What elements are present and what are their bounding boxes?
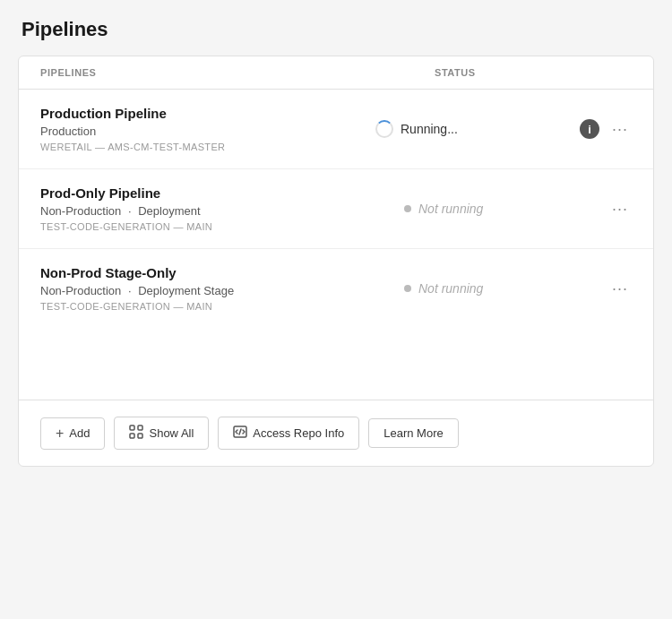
col-status-label: STATUS: [435, 67, 632, 78]
status-not-running: Not running: [404, 281, 483, 296]
pipeline-info: Prod-Only Pipeline Non-Production · Depl…: [40, 185, 404, 232]
table-header: PIPELINES STATUS: [19, 56, 653, 90]
grid-icon: [129, 425, 143, 442]
pipeline-meta: Production: [40, 125, 375, 138]
table-row: Non-Prod Stage-Only Non-Production · Dep…: [19, 249, 653, 328]
row-actions: ···: [608, 278, 632, 300]
col-pipeline-label: PIPELINES: [40, 67, 435, 78]
status-text: Not running: [418, 202, 483, 216]
pipeline-meta: Non-Production · Deployment Stage: [40, 284, 404, 297]
svg-rect-2: [130, 434, 134, 438]
footer-actions: + Add Show All: [19, 400, 653, 466]
dot-icon: [404, 285, 411, 292]
page-wrapper: Pipelines PIPELINES STATUS Production Pi…: [18, 18, 654, 467]
show-all-button[interactable]: Show All: [114, 417, 209, 450]
pipeline-info: Production Pipeline Production WERETAIL …: [40, 106, 375, 152]
pipeline-status: Running...: [375, 120, 573, 138]
access-repo-label: Access Repo Info: [253, 426, 344, 440]
info-button[interactable]: i: [580, 119, 599, 139]
pipeline-name: Non-Prod Stage-Only: [40, 265, 404, 280]
pipeline-repo: TEST-CODE-GENERATION — MAIN: [40, 221, 404, 232]
status-running: Running...: [375, 120, 458, 138]
pipeline-info: Non-Prod Stage-Only Non-Production · Dep…: [40, 265, 404, 312]
pipelines-card: PIPELINES STATUS Production Pipeline Pro…: [18, 56, 654, 467]
status-text: Running...: [401, 122, 458, 136]
pipeline-status: Not running: [404, 202, 601, 216]
code-icon: [233, 425, 247, 442]
more-options-button[interactable]: ···: [608, 278, 632, 300]
more-options-button[interactable]: ···: [608, 118, 632, 141]
pipeline-repo: WERETAIL — AMS-CM-TEST-MASTER: [40, 142, 375, 152]
add-button[interactable]: + Add: [40, 417, 105, 450]
pipeline-repo: TEST-CODE-GENERATION — MAIN: [40, 301, 404, 312]
spacer: [19, 328, 653, 400]
show-all-label: Show All: [149, 426, 194, 440]
svg-rect-0: [130, 426, 134, 430]
table-row: Prod-Only Pipeline Non-Production · Depl…: [19, 169, 653, 249]
spinner-icon: [375, 120, 393, 138]
pipeline-name: Prod-Only Pipeline: [40, 185, 404, 201]
pipeline-rows: Production Pipeline Production WERETAIL …: [19, 90, 653, 328]
row-actions: i ···: [580, 118, 632, 141]
dot-icon: [404, 205, 411, 212]
status-not-running: Not running: [404, 202, 483, 216]
learn-more-label: Learn More: [383, 426, 443, 440]
learn-more-button[interactable]: Learn More: [368, 418, 458, 448]
row-actions: ···: [608, 198, 632, 220]
svg-rect-3: [138, 434, 142, 438]
more-options-button[interactable]: ···: [608, 198, 632, 220]
svg-rect-1: [138, 426, 142, 430]
pipeline-status: Not running: [404, 281, 601, 296]
pipeline-name: Production Pipeline: [40, 106, 375, 121]
pipeline-meta: Non-Production · Deployment: [40, 204, 404, 218]
access-repo-button[interactable]: Access Repo Info: [218, 417, 359, 450]
add-label: Add: [69, 426, 90, 440]
page-title: Pipelines: [18, 18, 654, 41]
table-row: Production Pipeline Production WERETAIL …: [19, 90, 653, 169]
status-text: Not running: [418, 281, 483, 296]
plus-icon: +: [56, 426, 64, 442]
